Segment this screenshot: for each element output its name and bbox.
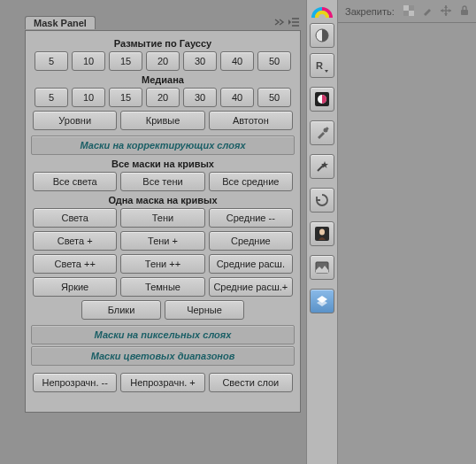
- svg-text:R: R: [316, 60, 323, 71]
- image-icon[interactable]: [310, 255, 334, 280]
- median-heading: Медиана: [31, 74, 295, 85]
- curve-btn[interactable]: Яркие: [33, 277, 117, 297]
- all-shadows-button[interactable]: Все тени: [120, 172, 204, 191]
- eyedropper-icon[interactable]: [310, 120, 334, 145]
- curve-btn[interactable]: Средние расш.: [209, 254, 293, 274]
- median-btn[interactable]: 40: [220, 88, 254, 107]
- wand-icon[interactable]: [310, 154, 334, 179]
- highlights-button[interactable]: Блики: [81, 300, 161, 320]
- svg-rect-1: [409, 11, 414, 16]
- lock-brush-icon[interactable]: [422, 5, 433, 18]
- refresh-icon[interactable]: [310, 188, 334, 213]
- menu-icon[interactable]: [287, 16, 301, 28]
- autotone-button[interactable]: Автотон: [209, 111, 293, 130]
- gauss-btn[interactable]: 40: [220, 51, 254, 71]
- opacity-minus-button[interactable]: Непрозрачн. --: [33, 373, 117, 392]
- curve-btn[interactable]: Света +: [33, 231, 117, 251]
- color-ranges-heading: Маски цветовых диапазонов: [32, 347, 294, 365]
- color-wheel-icon[interactable]: [310, 4, 334, 18]
- svg-rect-0: [403, 5, 409, 11]
- curve-btn[interactable]: Тени ++: [120, 254, 204, 274]
- gauss-btn[interactable]: 30: [183, 51, 217, 71]
- curve-btn[interactable]: Средние: [209, 231, 293, 251]
- median-btn[interactable]: 20: [146, 88, 180, 107]
- adj-layers-heading: Маски на корректирующих слоях: [32, 136, 294, 154]
- lock-all-icon[interactable]: [459, 5, 470, 18]
- portrait-icon[interactable]: [310, 221, 334, 246]
- median-btn[interactable]: 5: [35, 88, 68, 107]
- ruler-icon[interactable]: R: [310, 53, 334, 78]
- median-btn[interactable]: 15: [109, 88, 142, 107]
- gauss-btn[interactable]: 10: [72, 51, 105, 71]
- contrast-icon[interactable]: [310, 87, 334, 112]
- curves-button[interactable]: Кривые: [120, 111, 204, 130]
- gauss-heading: Размытие по Гауссу: [31, 38, 295, 49]
- flatten-button[interactable]: Свести слои: [209, 373, 293, 392]
- blacks-button[interactable]: Черные: [165, 300, 244, 320]
- median-row: 5 10 15 20 30 40 50: [31, 88, 295, 107]
- opacity-plus-button[interactable]: Непрозрачн. +: [120, 373, 204, 392]
- gauss-btn[interactable]: 20: [146, 51, 180, 71]
- one-curve-heading: Одна маска на кривых: [31, 195, 295, 205]
- levels-button[interactable]: Уровни: [33, 111, 117, 130]
- svg-rect-4: [461, 10, 468, 15]
- lock-transparency-icon[interactable]: [403, 5, 414, 18]
- pixel-layers-heading: Маски на пиксельных слоях: [32, 326, 294, 344]
- svg-point-11: [319, 229, 325, 236]
- gauss-btn[interactable]: 50: [257, 51, 291, 71]
- layers-icon[interactable]: [310, 289, 334, 313]
- curve-btn[interactable]: Темные: [120, 277, 204, 297]
- median-btn[interactable]: 50: [257, 88, 291, 107]
- gauss-btn[interactable]: 5: [35, 51, 68, 71]
- curve-btn[interactable]: Средние --: [209, 208, 293, 228]
- panel-tab[interactable]: Mask Panel: [25, 16, 96, 29]
- curve-btn[interactable]: Света: [33, 208, 117, 228]
- median-btn[interactable]: 30: [183, 88, 217, 107]
- median-btn[interactable]: 10: [72, 88, 105, 107]
- curve-btn[interactable]: Тени +: [120, 231, 204, 251]
- svg-rect-2: [409, 5, 414, 11]
- curve-btn[interactable]: Света ++: [33, 254, 117, 274]
- all-lights-button[interactable]: Все света: [33, 172, 117, 191]
- curve-btn[interactable]: Тени: [120, 208, 204, 228]
- curve-btn[interactable]: Средние расш.+: [209, 277, 293, 297]
- lock-position-icon[interactable]: [441, 5, 451, 18]
- svg-rect-3: [403, 11, 409, 16]
- all-mids-button[interactable]: Все средние: [209, 172, 293, 191]
- all-curves-heading: Все маски на кривых: [31, 159, 295, 169]
- gauss-btn[interactable]: 15: [109, 51, 142, 71]
- lock-label: Закрепить:: [345, 6, 395, 17]
- gauss-row: 5 10 15 20 30 40 50: [31, 51, 295, 71]
- collapse-icon[interactable]: [273, 16, 287, 28]
- adjustment-icon[interactable]: [310, 23, 334, 48]
